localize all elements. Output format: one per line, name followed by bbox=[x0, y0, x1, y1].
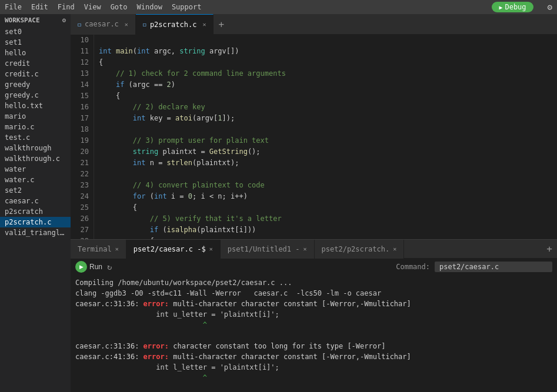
code-line-12: { bbox=[99, 57, 552, 68]
terminal-area: Terminal ✕ pset2/caesar.c -$ ✕ pset1/Unt… bbox=[71, 239, 557, 392]
code-line-23: // 4) convert plaintext to code bbox=[99, 180, 552, 191]
code-editor[interactable]: 10 11 12 13 14 15 16 17 18 19 20 21 22 2… bbox=[71, 35, 557, 239]
line-num-19: 19 bbox=[75, 135, 89, 146]
line-num-18: 18 bbox=[75, 124, 89, 135]
sidebar-item-greedy[interactable]: greedy bbox=[0, 79, 71, 90]
sidebar-item-caesar-c[interactable]: caesar.c bbox=[0, 196, 71, 206]
code-line-24: for (int i = 0; i < n; i++) bbox=[99, 191, 552, 202]
close-tab-caesar-icon[interactable]: ✕ bbox=[125, 21, 128, 28]
code-line-21: int n = strlen(plaintxt); bbox=[99, 158, 552, 169]
terminal-tab-untitled1-label: pset1/Untitled1 - bbox=[228, 245, 300, 253]
settings-icon[interactable]: ⚙ bbox=[548, 2, 552, 12]
close-terminal-tab-icon[interactable]: ✕ bbox=[115, 246, 119, 252]
sidebar-item-test-c[interactable]: test.c bbox=[0, 132, 71, 143]
file-icon: ◻ bbox=[78, 21, 81, 28]
code-line-19: // 3) prompt user for plain text bbox=[99, 135, 552, 146]
sidebar-item-walkthrough[interactable]: walkthrough bbox=[0, 143, 71, 153]
sidebar-item-water-c[interactable]: water.c bbox=[0, 175, 71, 185]
menu-file[interactable]: File bbox=[5, 3, 22, 11]
sidebar-item-set0[interactable]: set0 bbox=[0, 26, 71, 37]
terminal-tab-caesar-label: pset2/caesar.c -$ bbox=[134, 245, 206, 253]
code-line-25: { bbox=[99, 202, 552, 213]
line-num-11: 11 bbox=[75, 46, 89, 57]
sidebar-item-greedy-c[interactable]: greedy.c bbox=[0, 90, 71, 100]
code-line-13: // 1) check for 2 command line arguments bbox=[99, 68, 552, 79]
line-num-17: 17 bbox=[75, 113, 89, 124]
command-input[interactable] bbox=[435, 262, 552, 272]
editor-area: ◻ caesar.c ✕ ◻ p2scratch.c ✕ + 10 11 12 … bbox=[71, 14, 557, 392]
line-num-27: 27 bbox=[75, 225, 89, 236]
line-num-23: 23 bbox=[75, 180, 89, 191]
sidebar-header: workspace ⚙ bbox=[0, 14, 71, 26]
run-button[interactable]: ▶ Run bbox=[75, 261, 102, 273]
terminal-line-1: Compiling /home/ubuntu/workspace/pset2/c… bbox=[75, 277, 552, 288]
menu-goto[interactable]: Goto bbox=[111, 3, 128, 11]
refresh-icon[interactable]: ↻ bbox=[107, 262, 112, 272]
terminal-tab-caesar[interactable]: pset2/caesar.c -$ ✕ bbox=[126, 240, 221, 259]
close-terminal-p2scratch-icon[interactable]: ✕ bbox=[393, 246, 396, 252]
line-num-10: 10 bbox=[75, 35, 89, 46]
code-line-16: // 2) declare key bbox=[99, 102, 552, 113]
sidebar-item-p2scratch-c[interactable]: p2scratch.c bbox=[0, 217, 71, 227]
menu-view[interactable]: View bbox=[84, 3, 101, 11]
sidebar-item-credit[interactable]: credit bbox=[0, 58, 71, 69]
line-num-24: 24 bbox=[75, 191, 89, 202]
sidebar-item-valid-triangle-c[interactable]: valid_triangle.c bbox=[0, 227, 71, 238]
line-num-15: 15 bbox=[75, 91, 89, 102]
menu-edit[interactable]: Edit bbox=[31, 3, 48, 11]
code-line-20: string plaintxt = GetString(); bbox=[99, 146, 552, 158]
code-line-11: int main(int argc, string argv[]) bbox=[99, 46, 552, 57]
line-num-22: 22 bbox=[75, 169, 89, 180]
sidebar-item-hello[interactable]: hello bbox=[0, 48, 71, 58]
close-tab-p2scratch-icon[interactable]: ✕ bbox=[202, 21, 206, 28]
tab-p2scratch-label: p2scratch.c bbox=[150, 21, 196, 29]
sidebar-item-hello-txt[interactable]: hello.txt bbox=[0, 100, 71, 111]
close-terminal-untitled1-icon[interactable]: ✕ bbox=[303, 246, 307, 252]
tab-p2scratch-c[interactable]: ◻ p2scratch.c ✕ bbox=[136, 14, 214, 35]
code-content[interactable]: int main(int argc, string argv[]) { // 1… bbox=[94, 35, 557, 239]
terminal-line-6 bbox=[75, 330, 552, 341]
tab-caesar-c[interactable]: ◻ caesar.c ✕ bbox=[71, 14, 136, 35]
terminal-line-2: clang -ggdb3 -O0 -std=c11 -Wall -Werror … bbox=[75, 288, 552, 299]
line-num-21: 21 bbox=[75, 158, 89, 169]
sidebar-item-water[interactable]: water bbox=[0, 164, 71, 175]
line-num-26: 26 bbox=[75, 213, 89, 225]
terminal-line-5: ^ bbox=[75, 320, 552, 330]
terminal-tab-bar: Terminal ✕ pset2/caesar.c -$ ✕ pset1/Unt… bbox=[71, 240, 557, 259]
line-num-12: 12 bbox=[75, 57, 89, 68]
sidebar-item-p2scratch[interactable]: p2scratch bbox=[0, 206, 71, 217]
terminal-line-3: caesar.c:31:36: error: multi-character c… bbox=[75, 299, 552, 309]
close-terminal-caesar-icon[interactable]: ✕ bbox=[209, 246, 213, 252]
command-label: Command: bbox=[396, 263, 430, 271]
menu-support[interactable]: Support bbox=[172, 3, 202, 11]
sidebar-item-walkthrough-c[interactable]: walkthrough.c bbox=[0, 153, 71, 164]
sidebar-gear-icon[interactable]: ⚙ bbox=[62, 16, 66, 24]
terminal-output[interactable]: Compiling /home/ubuntu/workspace/pset2/c… bbox=[71, 275, 557, 392]
terminal-line-7: caesar.c:31:36: error: character constan… bbox=[75, 341, 552, 351]
sidebar-item-set2[interactable]: set2 bbox=[0, 185, 71, 196]
code-line-15: { bbox=[99, 91, 552, 102]
run-circle-icon: ▶ bbox=[75, 261, 87, 273]
sidebar-item-set1[interactable]: set1 bbox=[0, 37, 71, 48]
add-terminal-tab-button[interactable]: + bbox=[542, 243, 557, 254]
line-num-20: 20 bbox=[75, 146, 89, 158]
sidebar: workspace ⚙ set0 set1 hello credit credi… bbox=[0, 14, 71, 392]
code-line-26: // 5) verify that it's a letter bbox=[99, 213, 552, 225]
code-line-10 bbox=[99, 35, 552, 46]
run-bar: ▶ Run ↻ Command: bbox=[71, 259, 557, 275]
terminal-line-10: ^ bbox=[75, 373, 552, 383]
run-label: Run bbox=[89, 263, 102, 271]
menu-find[interactable]: Find bbox=[58, 3, 75, 11]
add-tab-button[interactable]: + bbox=[214, 19, 229, 30]
menu-bar: File Edit Find View Goto Window Support … bbox=[0, 0, 557, 14]
debug-button[interactable]: Debug bbox=[492, 2, 533, 12]
terminal-tab-p2scratch[interactable]: pset2/p2scratch. ✕ bbox=[315, 240, 405, 259]
code-line-14: if (argc == 2) bbox=[99, 79, 552, 91]
menu-window[interactable]: Window bbox=[137, 3, 162, 11]
terminal-line-9: int l_letter = 'plaintxt[i]'; bbox=[75, 362, 552, 373]
sidebar-item-mario[interactable]: mario bbox=[0, 111, 71, 122]
terminal-tab-untitled1[interactable]: pset1/Untitled1 - ✕ bbox=[221, 240, 315, 259]
sidebar-item-mario-c[interactable]: mario.c bbox=[0, 122, 71, 132]
sidebar-item-credit-c[interactable]: credit.c bbox=[0, 69, 71, 79]
terminal-tab-terminal[interactable]: Terminal ✕ bbox=[71, 240, 126, 259]
